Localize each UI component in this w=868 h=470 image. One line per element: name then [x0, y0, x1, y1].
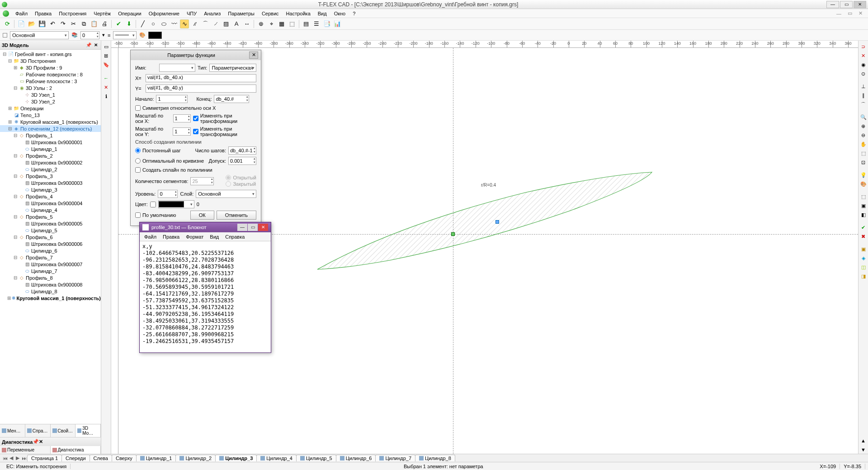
table-icon[interactable]: ▤ — [302, 19, 311, 28]
tabs-last-icon[interactable]: ⏭ — [21, 456, 27, 461]
pan-icon[interactable]: ✋ — [859, 140, 868, 148]
menu-Файл[interactable]: Файл — [12, 10, 31, 17]
spline-icon[interactable]: 〰 — [170, 19, 179, 28]
tree-item[interactable]: ⊟◉3D Узлы : 2 — [0, 85, 101, 91]
open-icon[interactable]: 📂 — [27, 19, 36, 28]
scroll-down-icon[interactable]: ▼ — [859, 446, 868, 454]
tree-item[interactable]: ⬭Цилиндр_6 — [0, 247, 101, 254]
tree-item[interactable]: ⬭Цилиндр_2 — [0, 166, 101, 173]
tree-item[interactable]: ⬭Цилиндр_8 — [0, 288, 101, 295]
side-icon[interactable]: ◨ — [859, 272, 868, 280]
tree-item[interactable]: ▱Рабочие поверхности : 8 — [0, 71, 101, 78]
type-combo[interactable]: Параметрическая — [209, 64, 256, 72]
pin-icon[interactable]: 📌 — [85, 42, 93, 47]
dim-icon[interactable]: ↔ — [242, 19, 251, 28]
page-tab[interactable]: Цилиндр_5 — [296, 455, 336, 461]
menu-ЧПУ[interactable]: ЧПУ — [183, 10, 200, 17]
x-input[interactable]: val(#1, db_40.x) — [146, 74, 256, 82]
wire-icon[interactable]: ⬚ — [859, 193, 868, 201]
tree-item[interactable]: ⊟📁3D Построения — [0, 57, 101, 64]
page-tab[interactable]: Страница 1 — [27, 455, 62, 461]
tree-item[interactable]: ▨Штриховка 0x9000003 — [0, 179, 101, 186]
tree-item[interactable]: ▨Штриховка 0x9000001 — [0, 139, 101, 146]
undo-icon[interactable]: ↶ — [48, 19, 57, 28]
y-input[interactable]: val(#1, db_40.y) — [146, 85, 256, 93]
tree-item[interactable]: ⊟📄Гребной винт - копия.grs — [0, 51, 101, 57]
tree-item[interactable]: ⊹3D Узел_2 — [0, 98, 101, 105]
tree-item[interactable]: ⊟◇Профиль_4 — [0, 193, 101, 200]
parallel-icon[interactable]: ∥ — [859, 91, 868, 99]
doc-icon-2[interactable]: 📑 — [322, 19, 331, 28]
polyline-icon[interactable]: ⟋ — [211, 19, 220, 28]
ok-button[interactable]: ОК — [190, 211, 214, 220]
const-step-radio[interactable]: Постоянный шаг — [135, 148, 181, 153]
np-menu-Вид[interactable]: Вид — [207, 233, 222, 240]
ellipse-icon[interactable]: ⬭ — [159, 19, 168, 28]
np-close-button[interactable]: ✕ — [258, 224, 268, 231]
ortho-icon[interactable]: ⊥ — [859, 82, 868, 90]
tree-item[interactable]: ⊟◇Профиль_7 — [0, 254, 101, 261]
tree-item[interactable]: ▨Штриховка 0x9000004 — [0, 200, 101, 207]
func-icon[interactable]: ∿ — [180, 19, 189, 28]
name-combo[interactable] — [159, 64, 195, 72]
page-icon[interactable]: ▦ — [277, 19, 286, 28]
zoom-out-icon[interactable]: ⊖ — [859, 131, 868, 139]
page-nav-icon[interactable]: ⊞ — [102, 52, 110, 60]
panel-tab[interactable]: 3D Мо… — [75, 424, 101, 437]
menu-Окно[interactable]: Окно — [330, 10, 349, 17]
refresh-icon[interactable]: ⟳ — [3, 19, 12, 28]
page-tab[interactable]: Спереди — [61, 455, 90, 461]
menu-Правка[interactable]: Правка — [31, 10, 55, 17]
np-minimize-button[interactable]: — — [237, 224, 247, 231]
maximize-button[interactable]: ▭ — [840, 1, 853, 8]
menu-Оформление[interactable]: Оформление — [145, 10, 183, 17]
mdi-max-button[interactable]: ▭ — [845, 10, 855, 16]
scroll-up-icon[interactable]: ▲ — [859, 437, 868, 445]
panel-close-icon[interactable]: ✕ — [93, 42, 99, 47]
page-tab[interactable]: Слева — [90, 455, 112, 461]
end-spinner[interactable]: db_40.# — [214, 95, 249, 103]
menu-Настройка[interactable]: Настройка — [283, 10, 314, 17]
iso-icon[interactable]: ◈ — [859, 254, 868, 262]
np-menu-Файл[interactable]: Файл — [142, 233, 159, 240]
panel-tab[interactable]: Мен… — [0, 424, 25, 437]
diag-tab[interactable]: Переменные — [0, 446, 51, 454]
cancel2-icon[interactable]: ✖ — [859, 232, 868, 240]
color-checkbox[interactable] — [150, 202, 156, 207]
np-menu-Формат[interactable]: Формат — [183, 233, 206, 240]
page-tab[interactable]: Цилиндр_1 — [136, 455, 176, 461]
tree-item[interactable]: ▨Штриховка 0x9000006 — [0, 240, 101, 247]
np-menu-Правка[interactable]: Правка — [160, 233, 182, 240]
offset-icon[interactable]: ⫽ — [190, 19, 199, 28]
box-icon[interactable]: ▣ — [859, 245, 868, 253]
hidden-icon[interactable]: ▣ — [859, 202, 868, 210]
layers-icon[interactable]: ☰ — [312, 19, 321, 28]
layer-combo-2[interactable]: Основной — [196, 190, 256, 198]
tree-item[interactable]: ⬭Цилиндр_4 — [0, 207, 101, 213]
diag-close-icon[interactable]: ✕ — [39, 439, 43, 445]
minimize-button[interactable]: — — [826, 1, 839, 8]
print-icon[interactable]: 🖨 — [100, 19, 109, 28]
paste-icon[interactable]: 📋 — [90, 19, 99, 28]
tree-item[interactable]: ⊞◆3D Профили : 9 — [0, 64, 101, 71]
cancel-icon[interactable]: ✕ — [102, 83, 110, 91]
page-tab[interactable]: Сверху — [112, 455, 137, 461]
close-button[interactable]: ✕ — [854, 1, 866, 8]
tree-item[interactable]: ⊞📁Операции — [0, 105, 101, 112]
tree-item[interactable]: ⬭Цилиндр_1 — [0, 146, 101, 152]
spline-checkbox[interactable]: Создать сплайн по полилинии — [135, 167, 212, 173]
tree-item[interactable]: ⊟◇Профиль_3 — [0, 173, 101, 179]
back-icon[interactable]: ← — [102, 74, 110, 82]
page-tab[interactable]: Цилиндр_2 — [175, 455, 216, 461]
tree-item[interactable]: ▨Штриховка 0x9000008 — [0, 281, 101, 288]
hatch-icon[interactable]: ▨ — [222, 19, 231, 28]
default-checkbox[interactable]: По умолчанию — [135, 212, 176, 218]
magnet-icon[interactable]: ⊃ — [859, 42, 868, 51]
tree-item[interactable]: ⊹3D Узел_1 — [0, 91, 101, 98]
page-tab[interactable]: Цилиндр_4 — [256, 455, 297, 461]
3d-icon[interactable]: ⬚ — [288, 19, 297, 28]
linetype-combo[interactable] — [113, 31, 137, 39]
down-icon[interactable]: ⬇ — [124, 19, 133, 28]
page-tab[interactable]: Цилиндр_8 — [415, 455, 455, 461]
layer-combo[interactable]: Основной — [10, 31, 69, 39]
